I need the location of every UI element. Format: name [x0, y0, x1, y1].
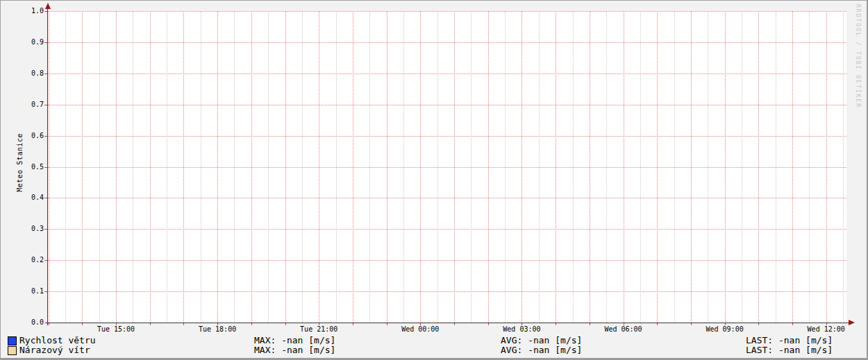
legend-label: Nárazový vítr [19, 345, 90, 355]
y-tick-label: 0.0 [19, 319, 44, 326]
legend-row: Nárazový vítr MAX: -nan [m/s] AVG: -nan … [1, 345, 867, 355]
x-tick-label: Wed 03:00 [490, 325, 553, 334]
gridline-major [48, 105, 846, 105]
x-tick-mark [556, 323, 556, 325]
y-tick-mark [44, 74, 47, 74]
y-axis-line [47, 6, 48, 325]
x-tick-mark [285, 323, 286, 325]
x-tick-mark [725, 323, 726, 325]
gridline-major [48, 74, 846, 74]
x-tick-label: Wed 12:00 [795, 325, 858, 334]
y-tick-label: 0.7 [19, 101, 44, 108]
y-tick-mark [44, 260, 47, 261]
x-tick-mark [691, 323, 692, 325]
x-tick-mark [826, 323, 827, 325]
gridline-major [48, 42, 846, 43]
x-tick-label: Tue 15:00 [85, 325, 147, 334]
y-tick-label: 0.9 [19, 39, 44, 46]
x-tick-mark [521, 323, 522, 325]
rrdtool-watermark: RRDTOOL / TOBI OETIKER [855, 4, 861, 108]
x-tick-mark [454, 323, 455, 325]
x-tick-mark [217, 323, 218, 325]
plot-area [48, 11, 846, 323]
x-tick-label: Tue 21:00 [287, 325, 350, 334]
y-tick-label: 1.0 [19, 8, 44, 15]
y-tick-label: 0.2 [19, 257, 44, 264]
x-tick-mark [590, 323, 590, 325]
x-tick-mark [488, 323, 489, 325]
gridline-major [48, 136, 846, 137]
x-tick-mark [319, 323, 319, 325]
stat-max: MAX: -nan [m/s] [254, 345, 335, 355]
x-tick-mark [49, 323, 49, 325]
gridline-major [48, 198, 846, 198]
y-axis-title: Meteo Stanice [16, 133, 24, 192]
rrdtool-graph: Meteo Stanice RRDTOOL / TOBI OETIKER 1.0… [0, 0, 868, 360]
y-tick-mark [44, 291, 47, 292]
x-tick-mark [657, 323, 658, 325]
y-axis-arrow-icon [45, 3, 51, 9]
legend-swatch-narazovy-vitr [8, 346, 17, 355]
x-axis-arrow-icon [849, 320, 855, 325]
x-tick-mark [150, 323, 151, 325]
gridline-major [48, 167, 846, 168]
x-tick-label: Wed 06:00 [592, 325, 655, 334]
x-tick-mark [82, 323, 83, 325]
y-tick-mark [44, 42, 47, 43]
y-tick-mark [44, 167, 47, 168]
x-tick-mark [420, 323, 421, 325]
y-tick-mark [44, 198, 47, 198]
x-tick-mark [758, 323, 759, 325]
x-tick-label: Tue 18:00 [186, 325, 249, 334]
stat-avg: AVG: -nan [m/s] [501, 336, 582, 345]
stat-avg: AVG: -nan [m/s] [501, 345, 582, 355]
x-tick-mark [116, 323, 117, 325]
y-tick-mark [44, 11, 47, 12]
y-tick-label: 0.6 [19, 132, 44, 139]
stat-last: LAST: -nan [m/s] [746, 336, 833, 345]
y-tick-label: 0.4 [19, 194, 44, 201]
legend-row: Rychlost větru MAX: -nan [m/s] AVG: -nan… [1, 336, 867, 345]
stat-max: MAX: -nan [m/s] [254, 336, 335, 345]
y-tick-mark [44, 136, 47, 137]
x-tick-mark [251, 323, 252, 325]
y-tick-label: 0.3 [19, 225, 44, 232]
x-tick-mark [353, 323, 353, 325]
gridline-major [48, 229, 846, 230]
y-tick-label: 0.1 [19, 288, 44, 295]
stat-last: LAST: -nan [m/s] [746, 345, 833, 355]
x-tick-mark [624, 323, 624, 325]
x-tick-label: Wed 09:00 [694, 325, 756, 334]
y-tick-mark [44, 105, 47, 105]
x-tick-label: Wed 00:00 [389, 325, 451, 334]
x-tick-mark [387, 323, 387, 325]
y-tick-label: 0.5 [19, 164, 44, 171]
y-tick-label: 0.8 [19, 70, 44, 77]
legend-label: Rychlost větru [19, 336, 96, 345]
gridline-major [48, 260, 846, 261]
gridline-major [48, 11, 846, 12]
legend-swatch-rychlost-vetru [8, 336, 17, 345]
x-tick-mark [792, 323, 793, 325]
x-axis-line [45, 323, 849, 323]
gridline-major [48, 291, 846, 292]
x-tick-mark [183, 323, 184, 325]
y-tick-mark [44, 229, 47, 230]
